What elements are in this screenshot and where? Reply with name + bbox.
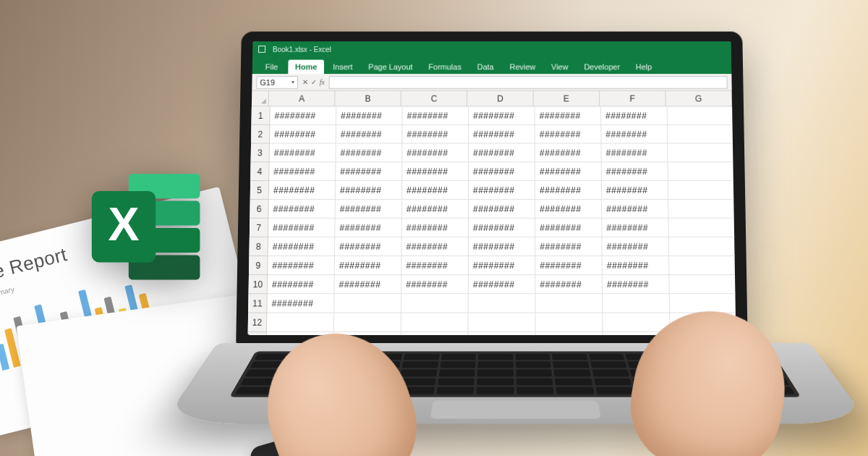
cell-D10[interactable]: ########: [469, 275, 536, 294]
cell-D1[interactable]: ########: [469, 106, 535, 125]
cell-F2[interactable]: ########: [601, 125, 668, 144]
cell-A4[interactable]: ########: [269, 162, 336, 181]
cell-C13[interactable]: [401, 332, 469, 335]
cell-B7[interactable]: ########: [335, 219, 401, 237]
row-header[interactable]: 2: [251, 125, 270, 144]
cell-D7[interactable]: ########: [469, 219, 535, 237]
tab-page-layout[interactable]: Page Layout: [361, 60, 420, 75]
cell-D8[interactable]: ########: [469, 237, 535, 256]
row-header[interactable]: 1: [251, 106, 270, 125]
tab-home[interactable]: Home: [288, 60, 324, 75]
col-header-e[interactable]: E: [534, 91, 600, 107]
cell-A6[interactable]: ########: [268, 200, 335, 219]
col-header-b[interactable]: B: [335, 91, 401, 107]
enter-icon[interactable]: ✓: [311, 78, 317, 86]
cell-C6[interactable]: ########: [402, 200, 469, 219]
tab-review[interactable]: Review: [503, 60, 543, 75]
cell-B9[interactable]: ########: [335, 256, 402, 275]
cell-G8[interactable]: [669, 237, 736, 256]
cancel-icon[interactable]: ✕: [302, 78, 308, 86]
cell-G3[interactable]: [668, 144, 734, 163]
row-header[interactable]: 9: [249, 256, 268, 275]
cell-B2[interactable]: ########: [336, 125, 403, 144]
tab-view[interactable]: View: [544, 60, 575, 75]
cell-C9[interactable]: ########: [401, 256, 469, 275]
tab-data[interactable]: Data: [470, 60, 501, 75]
cell-D13[interactable]: [469, 332, 536, 335]
cell-D5[interactable]: ########: [469, 181, 535, 200]
name-box[interactable]: G19 ▾: [256, 76, 298, 89]
cell-E6[interactable]: ########: [535, 200, 602, 219]
cell-D9[interactable]: ########: [469, 256, 536, 275]
tab-developer[interactable]: Developer: [576, 60, 627, 75]
cell-G11[interactable]: [670, 294, 736, 313]
cell-F7[interactable]: ########: [602, 219, 669, 237]
cell-E8[interactable]: ########: [535, 237, 603, 256]
cell-B4[interactable]: ########: [336, 162, 402, 181]
cell-F9[interactable]: ########: [603, 256, 670, 275]
cell-B3[interactable]: ########: [336, 144, 402, 163]
cell-A8[interactable]: ########: [268, 237, 336, 256]
cell-C10[interactable]: ########: [401, 275, 469, 294]
cell-C8[interactable]: ########: [401, 237, 468, 256]
row-header[interactable]: 3: [251, 144, 270, 163]
col-header-f[interactable]: F: [600, 91, 666, 107]
cell-C3[interactable]: ########: [402, 144, 469, 163]
cell-F1[interactable]: ########: [601, 106, 668, 125]
cell-B10[interactable]: ########: [334, 275, 401, 294]
tab-file[interactable]: File: [257, 60, 287, 75]
cell-G10[interactable]: [669, 275, 736, 294]
row-header[interactable]: 6: [250, 200, 268, 219]
chevron-down-icon[interactable]: ▾: [292, 79, 294, 85]
cell-F8[interactable]: ########: [603, 237, 670, 256]
cell-D12[interactable]: [469, 313, 536, 332]
cell-E3[interactable]: ########: [535, 144, 602, 163]
cell-A7[interactable]: ########: [268, 219, 336, 237]
row-header[interactable]: 5: [250, 181, 269, 200]
cell-C2[interactable]: ########: [402, 125, 469, 144]
cell-B11[interactable]: [334, 294, 401, 313]
cell-D11[interactable]: [469, 294, 536, 313]
cell-B8[interactable]: ########: [335, 237, 402, 256]
cell-E4[interactable]: ########: [535, 162, 602, 181]
cell-G2[interactable]: [668, 125, 734, 144]
col-header-d[interactable]: D: [467, 91, 533, 107]
row-header[interactable]: 13: [248, 332, 267, 335]
cell-C5[interactable]: ########: [402, 181, 469, 200]
cell-A12[interactable]: [267, 313, 334, 332]
select-all-corner[interactable]: [252, 91, 269, 107]
cell-C1[interactable]: ########: [403, 106, 469, 125]
cell-F5[interactable]: ########: [602, 181, 668, 200]
cell-F3[interactable]: ########: [602, 144, 668, 163]
cell-A2[interactable]: ########: [270, 125, 336, 144]
tab-help[interactable]: Help: [629, 60, 659, 75]
cell-G7[interactable]: [669, 219, 736, 237]
cell-G1[interactable]: [668, 106, 734, 125]
row-header[interactable]: 10: [249, 275, 268, 294]
col-header-a[interactable]: A: [269, 91, 336, 107]
col-header-c[interactable]: C: [401, 91, 468, 107]
cell-C7[interactable]: ########: [402, 219, 469, 237]
cell-A3[interactable]: ########: [270, 144, 336, 163]
cell-D4[interactable]: ########: [469, 162, 535, 181]
cell-B5[interactable]: ########: [336, 181, 402, 200]
cell-C11[interactable]: [401, 294, 469, 313]
cell-G9[interactable]: [669, 256, 736, 275]
formula-input[interactable]: [329, 76, 728, 89]
cell-E5[interactable]: ########: [535, 181, 602, 200]
cell-C4[interactable]: ########: [402, 162, 469, 181]
cell-F12[interactable]: [603, 313, 670, 332]
cell-G6[interactable]: [668, 200, 736, 219]
cell-E11[interactable]: [535, 294, 603, 313]
row-header[interactable]: 7: [250, 219, 268, 237]
cell-F6[interactable]: ########: [602, 200, 668, 219]
cell-A5[interactable]: ########: [269, 181, 336, 200]
cell-G4[interactable]: [668, 162, 735, 181]
cell-E9[interactable]: ########: [535, 256, 603, 275]
cell-B12[interactable]: [334, 313, 401, 332]
cell-B6[interactable]: ########: [336, 200, 402, 219]
cell-E10[interactable]: ########: [535, 275, 603, 294]
row-header[interactable]: 4: [250, 162, 269, 181]
cell-D2[interactable]: ########: [469, 125, 535, 144]
cell-G5[interactable]: [668, 181, 735, 200]
